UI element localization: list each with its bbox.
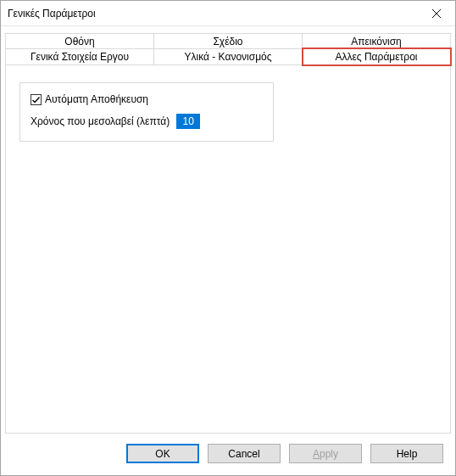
apply-button: Apply — [289, 444, 362, 463]
close-button[interactable] — [418, 1, 455, 25]
interval-row: Χρόνος που μεσολαβεί (λεπτά) 10 — [31, 114, 263, 129]
tab-label: Αλλες Παράμετροι — [335, 51, 417, 63]
tab-panel-other-parameters: Αυτόματη Αποθήκευση Χρόνος που μεσολαβεί… — [5, 64, 451, 434]
interval-value: 10 — [177, 115, 199, 127]
interval-input[interactable]: 10 — [176, 114, 200, 129]
tab-label: Απεικόνιση — [351, 36, 402, 48]
tab-project-general[interactable]: Γενικά Στοιχεία Εργου — [5, 48, 154, 65]
button-label: Cancel — [228, 448, 259, 460]
autosave-checkbox-row: Αυτόματη Αποθήκευση — [31, 93, 263, 105]
autosave-label: Αυτόματη Αποθήκευση — [45, 93, 148, 105]
tab-drawing[interactable]: Σχέδιο — [154, 33, 303, 50]
titlebar: Γενικές Παράμετροι — [1, 1, 455, 26]
autosave-checkbox[interactable] — [31, 94, 42, 105]
help-button[interactable]: Help — [370, 444, 443, 463]
dialog-button-row: OK Cancel Apply Help — [1, 434, 455, 475]
cancel-button[interactable]: Cancel — [208, 444, 281, 463]
ok-button[interactable]: OK — [126, 444, 199, 463]
tab-row-2: Γενικά Στοιχεία Εργου Υλικά - Κανονισμός… — [5, 48, 451, 65]
close-icon — [432, 9, 441, 18]
dialog-general-parameters: Γενικές Παράμετροι Οθόνη Σχέδιο Απεικόνι… — [0, 0, 456, 476]
tab-label: Υλικά - Κανονισμός — [184, 51, 271, 63]
autosave-group: Αυτόματη Αποθήκευση Χρόνος που μεσολαβεί… — [19, 82, 274, 142]
tab-strip: Οθόνη Σχέδιο Απεικόνιση Γενικά Στοιχεία … — [5, 33, 451, 65]
tab-screen[interactable]: Οθόνη — [5, 33, 154, 50]
tab-other-parameters[interactable]: Αλλες Παράμετροι — [303, 48, 451, 65]
button-label: Help — [397, 448, 418, 460]
interval-label: Χρόνος που μεσολαβεί (λεπτά) — [31, 115, 170, 127]
tab-label: Οθόνη — [64, 36, 94, 48]
check-icon — [31, 95, 41, 104]
tab-label: Γενικά Στοιχεία Εργου — [31, 51, 129, 63]
button-label: Apply — [313, 448, 338, 460]
tab-row-1: Οθόνη Σχέδιο Απεικόνιση — [5, 33, 451, 49]
tab-display[interactable]: Απεικόνιση — [303, 33, 451, 50]
window-title: Γενικές Παράμετροι — [8, 8, 418, 20]
dialog-body: Οθόνη Σχέδιο Απεικόνιση Γενικά Στοιχεία … — [1, 26, 455, 434]
tab-label: Σχέδιο — [213, 36, 242, 48]
tab-materials-regulation[interactable]: Υλικά - Κανονισμός — [154, 48, 303, 65]
button-label: OK — [155, 448, 170, 460]
